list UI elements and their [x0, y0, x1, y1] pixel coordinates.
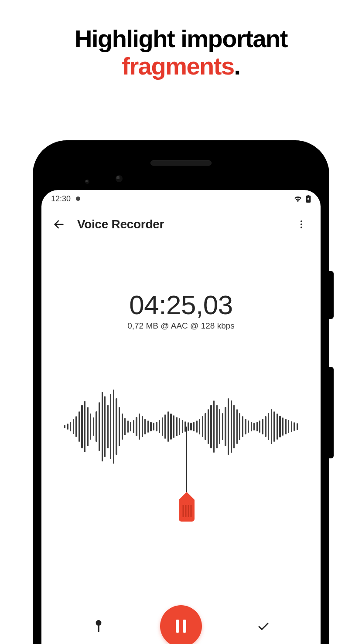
- waveform-bar: [265, 416, 266, 437]
- svg-point-7: [96, 620, 101, 626]
- svg-point-2: [301, 227, 302, 228]
- waveform-bar: [156, 422, 157, 431]
- marker-line: [186, 427, 187, 492]
- waveform-bar: [139, 414, 140, 440]
- waveform-bar: [205, 413, 206, 440]
- waveform-bar: [84, 401, 85, 452]
- waveform-bar: [239, 413, 240, 440]
- waveform-bar: [282, 417, 283, 436]
- back-button[interactable]: [48, 213, 70, 236]
- more-options-button[interactable]: [290, 213, 313, 236]
- waveform-bar: [81, 405, 82, 448]
- phone-camera: [116, 175, 123, 182]
- waveform-bar: [124, 418, 126, 435]
- status-indicator-dot: [76, 197, 80, 201]
- app-title: Voice Recorder: [77, 217, 290, 231]
- waveform-bar: [213, 400, 215, 453]
- waveform-bar: [90, 414, 91, 440]
- waveform-bar: [75, 416, 77, 437]
- waveform-bar: [262, 419, 263, 434]
- promo-headline: Highlight important fragments.: [0, 0, 362, 80]
- waveform-bar: [271, 409, 272, 444]
- headline-line1: Highlight important: [75, 25, 287, 52]
- waveform-bar: [251, 422, 252, 431]
- waveform-bar: [147, 420, 149, 433]
- waveform-bar: [130, 422, 131, 431]
- timer-area: 04:25,03 0,72 MB @ AAC @ 128 kbps: [41, 289, 321, 331]
- waveform-bar: [70, 422, 71, 431]
- waveform-bar: [268, 413, 269, 440]
- waveform-bar: [150, 422, 151, 431]
- waveform-bar: [236, 409, 238, 444]
- app-bar: Voice Recorder: [41, 207, 321, 241]
- fragment-marker[interactable]: [174, 427, 199, 522]
- waveform-bar: [99, 402, 100, 451]
- waveform-bar: [285, 419, 287, 434]
- waveform-bar: [142, 416, 143, 437]
- waveform-bar: [96, 411, 97, 442]
- svg-point-0: [301, 220, 302, 222]
- more-vert-icon: [296, 219, 307, 230]
- phone-speaker: [150, 160, 212, 166]
- waveform[interactable]: [41, 383, 321, 470]
- headline-dot: .: [234, 52, 240, 80]
- pin-icon: [94, 620, 103, 633]
- tag-icon: [174, 492, 199, 522]
- phone-power-button: [329, 271, 334, 319]
- phone-mockup: 12:30: [33, 140, 329, 644]
- waveform-bar: [144, 419, 146, 434]
- waveform-bar: [73, 419, 74, 434]
- waveform-bar: [233, 405, 235, 448]
- waveform-bar: [279, 416, 280, 437]
- waveform-bar: [159, 420, 160, 433]
- status-time: 12:30: [51, 194, 71, 203]
- status-bar: 12:30: [41, 190, 321, 207]
- add-marker-button[interactable]: [81, 609, 116, 644]
- waveform-bar: [110, 394, 111, 459]
- waveform-bar: [136, 417, 137, 436]
- pause-recording-button[interactable]: [160, 605, 202, 644]
- waveform-bar: [231, 400, 232, 453]
- waveform-bar: [104, 396, 106, 457]
- waveform-bar: [273, 411, 275, 442]
- finish-recording-button[interactable]: [246, 609, 281, 644]
- phone-volume-button: [329, 367, 334, 458]
- waveform-bar: [199, 419, 200, 434]
- waveform-bar: [210, 405, 212, 448]
- waveform-bar: [216, 405, 218, 448]
- check-icon: [257, 620, 270, 633]
- waveform-bar: [122, 414, 123, 440]
- waveform-bar: [291, 421, 292, 432]
- waveform-bar: [202, 416, 203, 437]
- waveform-bar: [116, 398, 117, 455]
- waveform-bar: [208, 409, 209, 444]
- waveform-bar: [228, 398, 229, 455]
- waveform-bar: [245, 419, 246, 434]
- app-screen: 12:30: [41, 190, 321, 644]
- waveform-bar: [87, 407, 89, 446]
- svg-point-1: [301, 224, 302, 225]
- waveform-bar: [79, 411, 80, 442]
- waveform-bar: [167, 411, 169, 442]
- waveform-bar: [242, 416, 243, 437]
- waveform-bar: [170, 414, 171, 440]
- pause-icon: [176, 620, 186, 633]
- recording-timer: 04:25,03: [41, 289, 321, 320]
- waveform-bar: [127, 420, 129, 433]
- waveform-bar: [219, 409, 220, 444]
- wifi-icon: [294, 195, 302, 202]
- waveform-bar: [288, 420, 289, 433]
- headline-accent: fragments: [122, 52, 234, 80]
- waveform-bar: [133, 420, 134, 433]
- waveform-bar: [164, 414, 166, 439]
- waveform-bar: [297, 423, 298, 430]
- waveform-bar: [119, 407, 120, 446]
- phone-sensor: [85, 180, 89, 184]
- waveform-bar: [153, 423, 154, 430]
- recording-meta: 0,72 MB @ AAC @ 128 kbps: [41, 321, 321, 331]
- waveform-bar: [256, 422, 258, 431]
- waveform-bar: [259, 420, 260, 433]
- waveform-bar: [248, 420, 249, 433]
- waveform-bar: [64, 425, 65, 428]
- waveform-bar: [162, 417, 163, 436]
